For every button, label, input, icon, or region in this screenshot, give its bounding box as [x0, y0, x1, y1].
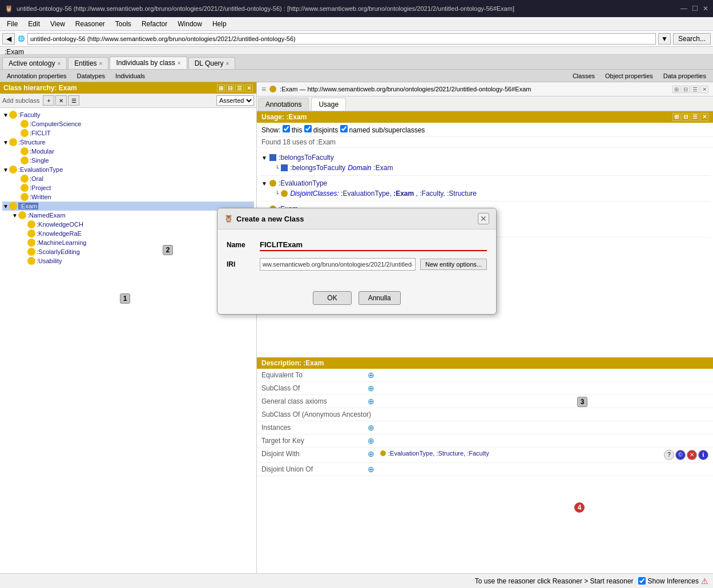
warning-icon: ⚠	[701, 577, 708, 586]
sub-tab-data-properties[interactable]: Data properties	[659, 71, 711, 80]
tab-label: Individuals by class	[116, 59, 175, 67]
status-bar: To use the reasoner click Reasoner > Sta…	[0, 573, 713, 588]
modal-iri-label: IRI	[227, 260, 255, 268]
app-icon: 🦉	[5, 5, 13, 13]
show-inferences-label: Show Inferences	[648, 577, 699, 585]
tab-label: Active ontology	[9, 59, 55, 67]
sub-tab-datatypes[interactable]: Datatypes	[72, 71, 110, 80]
menu-edit[interactable]: Edit	[23, 19, 45, 29]
window-title: untitled-ontology-56 (http://www.semanti…	[17, 5, 514, 12]
tab-close-individuals[interactable]: ×	[178, 60, 181, 66]
sub-tabs: Annotation properties Datatypes Individu…	[0, 70, 713, 82]
tab-entities[interactable]: Entities ×	[68, 57, 108, 69]
sub-tab-object-properties[interactable]: Object properties	[601, 71, 658, 80]
new-entity-options-button[interactable]: New entity options...	[420, 259, 487, 270]
menu-bar: File Edit View Reasoner Tools Refactor W…	[0, 17, 713, 31]
label-text: 3	[581, 398, 585, 406]
create-class-modal: 🦉 Create a new Class ✕ 3 Name IRI New en…	[217, 208, 497, 315]
nav-back-button[interactable]: ◀	[2, 33, 15, 45]
sub-tab-individuals[interactable]: Individuals	[111, 71, 150, 80]
menu-file[interactable]: File	[2, 19, 22, 29]
main-content: Class hierarchy: Exam ⊞ ⊟ ☰ ✕ Add subcla…	[0, 82, 713, 573]
modal-title-area: 🦉 Create a new Class	[224, 215, 304, 223]
sub-tab-classes[interactable]: Classes	[568, 71, 599, 80]
modal-header: 🦉 Create a new Class ✕	[217, 208, 496, 229]
modal-overlay: 🦉 Create a new Class ✕ 3 Name IRI New en…	[0, 82, 713, 573]
close-button[interactable]: ✕	[703, 5, 708, 13]
modal-name-row: Name	[227, 239, 487, 251]
title-bar: 🦉 untitled-ontology-56 (http://www.seman…	[0, 0, 713, 17]
minimize-button[interactable]: —	[680, 5, 687, 13]
owl-icon: 🦉	[224, 215, 233, 223]
breadcrumb-text: :Exam	[5, 48, 24, 56]
breadcrumb: :Exam	[0, 47, 713, 55]
tab-label: Entities	[74, 59, 96, 67]
maximize-button[interactable]: ☐	[692, 5, 698, 13]
tab-individuals-by-class[interactable]: Individuals by class ×	[110, 57, 187, 69]
modal-title: Create a new Class	[236, 215, 304, 223]
menu-refactor[interactable]: Refactor	[137, 19, 172, 29]
tab-active-ontology[interactable]: Active ontology ×	[2, 57, 67, 69]
status-hint: To use the reasoner click Reasoner > Sta…	[475, 577, 634, 585]
modal-iri-row: IRI New entity options...	[227, 258, 487, 271]
sub-tab-annotation-properties[interactable]: Annotation properties	[2, 71, 71, 80]
modal-ok-button[interactable]: OK	[313, 291, 351, 305]
modal-cancel-button[interactable]: Annulla	[358, 291, 401, 305]
modal-name-input[interactable]	[260, 239, 487, 251]
search-button[interactable]: Search...	[673, 33, 711, 45]
main-tabs: Active ontology × Entities × Individuals…	[0, 55, 713, 70]
tab-close-entities[interactable]: ×	[99, 61, 103, 67]
label-text: 4	[578, 504, 582, 512]
menu-help[interactable]: Help	[208, 19, 231, 29]
modal-iri-input[interactable]	[260, 258, 416, 271]
address-input[interactable]	[27, 33, 656, 45]
tab-close-active-ontology[interactable]: ×	[57, 61, 61, 67]
menu-view[interactable]: View	[46, 19, 70, 29]
modal-footer: 4 OK Annulla	[217, 287, 496, 314]
modal-name-label: Name	[227, 241, 255, 249]
annotation-label-3: 3	[577, 397, 587, 407]
address-dropdown[interactable]: ▼	[658, 33, 671, 45]
ontology-icon: 🌐	[17, 35, 25, 43]
tab-label: DL Query	[195, 59, 224, 67]
menu-tools[interactable]: Tools	[111, 19, 136, 29]
tab-close-dl-query[interactable]: ×	[226, 61, 229, 67]
show-inferences-control: Show Inferences ⚠	[638, 577, 708, 586]
modal-body: 3 Name IRI New entity options...	[217, 229, 496, 287]
menu-window[interactable]: Window	[173, 19, 207, 29]
address-bar: ◀ 🌐 ▼ Search...	[0, 31, 713, 47]
modal-close-button[interactable]: ✕	[478, 213, 489, 224]
menu-reasoner[interactable]: Reasoner	[71, 19, 110, 29]
annotation-label-4: 4	[574, 502, 585, 513]
show-inferences-checkbox[interactable]	[638, 577, 646, 585]
tab-dl-query[interactable]: DL Query ×	[188, 57, 236, 69]
